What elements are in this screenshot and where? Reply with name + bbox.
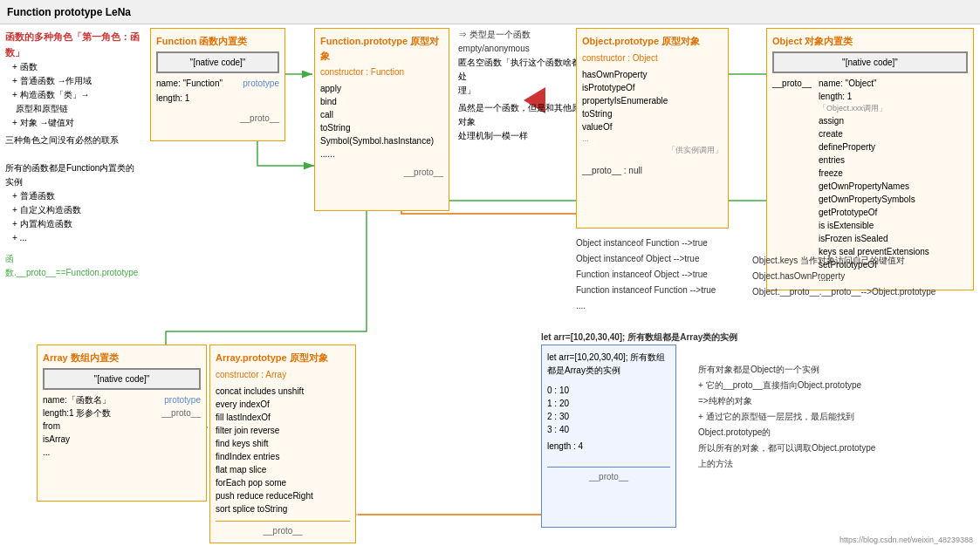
objkeys-3: Object.__proto__.__proto__-->Object.prot… bbox=[752, 284, 935, 300]
object-class-box: Object 对象内置类 "[native code]" __proto__ n… bbox=[766, 28, 974, 290]
function-prototype-title: Function.prototype 原型对象 bbox=[320, 34, 443, 63]
ap-method-5: find keys shift bbox=[216, 437, 350, 450]
op-method-1: hasOwnProperty bbox=[582, 68, 723, 81]
object-name-label: name: "Object" bbox=[819, 77, 929, 90]
ap-method-10: sort splice toString bbox=[216, 502, 350, 515]
op-proto-null: __proto__ : null bbox=[582, 164, 723, 177]
ap-method-7: flat map slice bbox=[216, 463, 350, 476]
function-constructor-label: constructor : Function bbox=[320, 65, 443, 78]
function-class-title: Function 函数内置类 bbox=[156, 34, 279, 49]
fp-method-call: call bbox=[320, 108, 443, 121]
center-desc: ⇒ 类型是一个函数 empty/anonymous 匿名空函数「执行这个函数啥都… bbox=[458, 28, 593, 143]
top-bar: Function prototype LeNa bbox=[0, 0, 980, 24]
objectkeys-section: Object.keys 当作对象访问自己的键值对 Object.hasOwnPr… bbox=[752, 253, 935, 300]
instanceof-4: Function instanceof Function -->true bbox=[576, 283, 716, 298]
diagram-container: Function prototype LeNa bbox=[0, 0, 980, 546]
ao-line7: 上的方法 bbox=[698, 456, 969, 472]
array-length-label: length:1 形参个数 bbox=[43, 406, 111, 420]
object-assign: assign bbox=[819, 114, 929, 127]
array-proto-label: __proto__ bbox=[161, 406, 201, 420]
object-prototype-title: Object.prototype 原型对象 bbox=[582, 34, 723, 49]
op-method-3: propertyIsEnumerable bbox=[582, 94, 723, 107]
object-create: create bbox=[819, 127, 929, 140]
instanceof-2: Object instanceof Object -->true bbox=[576, 251, 716, 267]
object-getOwnPropNames: getOwnPropertyNames bbox=[819, 180, 929, 193]
array-isarray: isArray bbox=[43, 433, 201, 446]
ao-line4: + 通过它的原型链一层层找，最后能找到 bbox=[698, 409, 969, 425]
left-sidebar: 函数的多种角色「第一角色：函数」 + 函数 + 普通函数 →作用域 + 构造函数… bbox=[0, 24, 148, 285]
ap-method-3: fill lastIndexOf bbox=[216, 411, 350, 424]
sidebar-s2-item2: + 自定义构造函数 bbox=[12, 203, 143, 217]
object-is: is isExtensible bbox=[819, 219, 929, 232]
object-native-code: "[native code]" bbox=[772, 51, 968, 73]
function-prototype-label: prototype bbox=[243, 77, 279, 90]
object-isFrozen: isFrozen isSealed bbox=[819, 232, 929, 245]
sidebar-s2-item3: + 内置构造函数 bbox=[12, 217, 143, 231]
ap-method-1: concat includes unshift bbox=[216, 385, 350, 398]
ap-method-2: every indexOf bbox=[216, 398, 350, 411]
object-entries: entries bbox=[819, 154, 929, 167]
array-prototype-title: Array.prototype 原型对象 bbox=[216, 351, 350, 365]
ao-line2: + 它的__proto__直接指向Object.prototype bbox=[698, 378, 969, 393]
sidebar-item-1: + 函数 bbox=[12, 60, 143, 74]
ap-method-6: findIndex entries bbox=[216, 450, 350, 463]
sidebar-item-3: + 构造函数「类」→ bbox=[12, 88, 143, 102]
objkeys-2: Object.hasOwnProperty bbox=[752, 269, 935, 284]
sidebar-proto-text: 函数.__proto__==Function.prototype bbox=[5, 252, 143, 280]
ap-method-9: push reduce reduceRight bbox=[216, 489, 350, 502]
fp-proto-label: __proto__ bbox=[320, 166, 443, 179]
object-proto-arrow: __proto__ bbox=[772, 78, 812, 88]
instanceof-3: Function instanceof Object -->true bbox=[576, 267, 716, 283]
fp-method-symbol: Symbol(Symbol.hasInstance) bbox=[320, 134, 443, 147]
ap-proto-label: __proto__ bbox=[216, 521, 350, 537]
array-instance-box: let arr=[10,20,30,40]; 所有数组都是Array类的实例 0… bbox=[541, 345, 676, 528]
object-class-title: Object 对象内置类 bbox=[772, 34, 968, 49]
sidebar-item-2: + 普通函数 →作用域 bbox=[12, 74, 143, 88]
ap-method-8: forEach pop some bbox=[216, 476, 350, 489]
ao-line5: Object.prototype的 bbox=[698, 425, 969, 440]
ao-line1: 所有对象都是Object的一个实例 bbox=[698, 362, 969, 378]
arr-length: length : 4 bbox=[547, 440, 670, 453]
sidebar-item-4: 原型和原型链 bbox=[16, 102, 143, 116]
function-proto-label: __proto__ bbox=[156, 112, 279, 125]
fp-method-dots: ...... bbox=[320, 147, 443, 160]
sidebar-s2-item1: + 普通函数 bbox=[12, 189, 143, 203]
function-class-box: Function 函数内置类 "[native code]" name: "Fu… bbox=[150, 28, 285, 141]
array-name-label: name:「函数名」 bbox=[43, 393, 111, 406]
array-prototype-box: Array.prototype 原型对象 constructor : Array… bbox=[209, 345, 356, 543]
op-method-dots: ... bbox=[582, 133, 723, 146]
sidebar-item-5: + 对象 →键值对 bbox=[12, 116, 143, 130]
op-method-2: isPrototypeOf bbox=[582, 81, 723, 94]
fp-method-apply: apply bbox=[320, 82, 443, 95]
ao-line6: 所以所有的对象，都可以调取Object.prototype bbox=[698, 440, 969, 456]
ap-method-4: filter join reverse bbox=[216, 424, 350, 437]
instanceof-section: Object instanceof Function -->true Objec… bbox=[576, 235, 716, 314]
sidebar-s2-item4: + ... bbox=[12, 231, 143, 245]
objkeys-1: Object.keys 当作对象访问自己的键值对 bbox=[752, 253, 935, 269]
function-native-code: "[native code]" bbox=[156, 51, 279, 73]
array-instance-top-title: let arr=[10,20,30,40]; 所有数组都是Array类的实例 bbox=[541, 331, 737, 344]
object-prototype-box: Object.prototype 原型对象 constructor : Obje… bbox=[576, 28, 729, 229]
op-method-5: valueOf bbox=[582, 120, 723, 133]
object-length-label: length: 1 bbox=[819, 90, 929, 103]
function-length-label: length: 1 bbox=[156, 92, 279, 105]
array-from: from bbox=[43, 420, 201, 433]
sidebar-section2-title: 所有的函数都是Function内置类的实例 bbox=[5, 161, 143, 189]
object-prototype-constructor: constructor : Object bbox=[582, 51, 723, 65]
arr-item-3: 3 : 40 bbox=[547, 423, 670, 436]
fp-method-tostring: toString bbox=[320, 121, 443, 134]
arr-item-0: 0 : 10 bbox=[547, 384, 670, 397]
instanceof-1: Object instanceof Function -->true bbox=[576, 235, 716, 251]
array-constructor-label: constructor : Array bbox=[216, 368, 350, 381]
op-instance-label: 「供实例调用」 bbox=[582, 145, 723, 157]
function-prototype-box: Function.prototype 原型对象 constructor : Fu… bbox=[314, 28, 449, 211]
object-getPrototypeOf: getPrototypeOf bbox=[819, 206, 929, 219]
function-name-label: name: "Function" bbox=[156, 77, 223, 90]
object-freeze: freeze bbox=[819, 167, 929, 180]
array-prototype-label: prototype bbox=[164, 393, 201, 406]
array-dots: ... bbox=[43, 446, 201, 459]
ao-line3: =>纯粹的对象 bbox=[698, 393, 969, 409]
sidebar-note: 三种角色之间没有必然的联系 bbox=[5, 133, 143, 147]
op-method-4: toString bbox=[582, 107, 723, 120]
object-defineProp: defineProperty bbox=[819, 140, 929, 154]
